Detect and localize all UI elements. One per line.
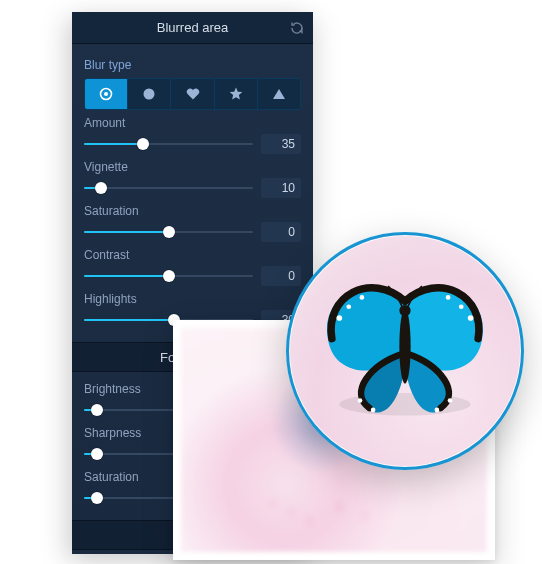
svg-point-12 (448, 398, 453, 403)
vignette-slider[interactable] (84, 181, 253, 195)
blur-type-triangle[interactable] (258, 79, 300, 109)
blur-type-group (84, 78, 301, 110)
svg-point-9 (446, 295, 451, 300)
svg-point-4 (337, 315, 343, 321)
blur-type-heart[interactable] (171, 79, 214, 109)
saturation-row: Saturation 0 (84, 204, 301, 242)
amount-row: Amount 35 (84, 116, 301, 154)
blur-type-label: Blur type (84, 58, 301, 72)
contrast-slider[interactable] (84, 269, 253, 283)
blur-type-star[interactable] (215, 79, 258, 109)
svg-point-13 (435, 408, 440, 413)
panel-title: Blurred area (157, 20, 229, 35)
target-icon (98, 86, 114, 102)
star-icon (228, 86, 244, 102)
svg-point-1 (104, 92, 108, 96)
preview-focus-lens (286, 232, 524, 470)
amount-slider[interactable] (84, 137, 253, 151)
reset-icon[interactable] (289, 20, 305, 36)
amount-value[interactable]: 35 (261, 134, 301, 154)
heart-icon (185, 86, 201, 102)
butterfly-image (310, 273, 500, 423)
contrast-label: Contrast (84, 248, 301, 262)
svg-point-6 (360, 295, 365, 300)
saturation-value[interactable]: 0 (261, 222, 301, 242)
vignette-value[interactable]: 10 (261, 178, 301, 198)
svg-point-8 (459, 304, 464, 309)
saturation-label: Saturation (84, 204, 301, 218)
svg-point-5 (346, 304, 351, 309)
triangle-icon (272, 87, 286, 101)
circle-icon (142, 87, 156, 101)
vignette-label: Vignette (84, 160, 301, 174)
highlights-label: Highlights (84, 292, 301, 306)
svg-point-10 (358, 398, 363, 403)
vignette-row: Vignette 10 (84, 160, 301, 198)
svg-point-11 (371, 408, 376, 413)
svg-point-2 (144, 89, 155, 100)
saturation-slider[interactable] (84, 225, 253, 239)
blurred-area-section: Blur type Amount 35 (72, 44, 313, 342)
svg-point-7 (468, 315, 474, 321)
svg-point-14 (399, 309, 410, 384)
svg-point-15 (399, 305, 410, 316)
amount-label: Amount (84, 116, 301, 130)
panel-header: Blurred area (72, 12, 313, 44)
blur-type-circle[interactable] (128, 79, 171, 109)
blur-type-radial[interactable] (85, 79, 128, 109)
contrast-row: Contrast 0 (84, 248, 301, 286)
contrast-value[interactable]: 0 (261, 266, 301, 286)
